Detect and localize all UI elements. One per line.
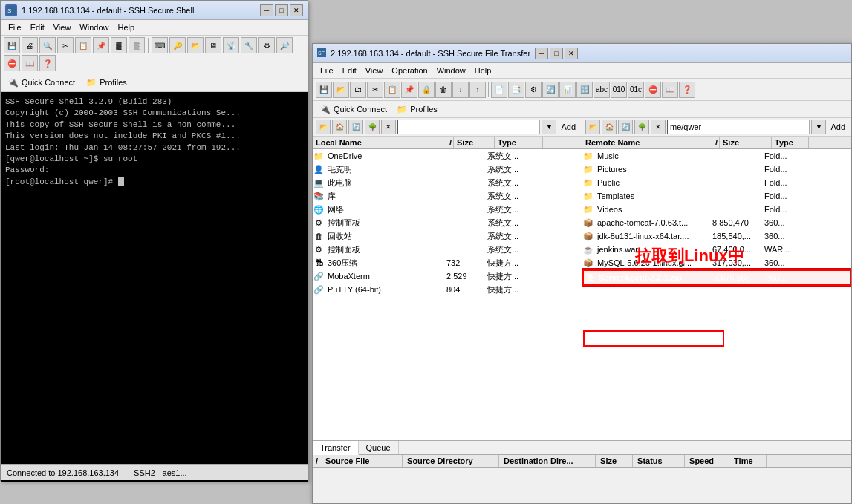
local-row-10[interactable]: 🔗 PuTTY (64-bit) 804 快捷方... <box>313 283 582 296</box>
sftp-tb-b1[interactable]: 📂 <box>333 82 349 98</box>
terminal-area[interactable]: SSH Secure Shell 3.2.9 (Build 283) Copyr… <box>1 92 308 482</box>
remote-tree-btn[interactable]: 🌳 <box>634 120 649 134</box>
local-col-name[interactable]: Local Name <box>313 137 446 148</box>
shell-tb-b9[interactable]: ⚙ <box>258 37 275 53</box>
shell-tb-b1[interactable]: ▓ <box>111 37 127 53</box>
sftp-tb-b6[interactable]: 🔒 <box>418 82 435 98</box>
sftp-tb-b3[interactable]: ✂ <box>367 82 383 98</box>
sftp-menu-view[interactable]: View <box>361 65 388 76</box>
local-row-0[interactable]: 📁 OneDrive 系统文... <box>313 149 582 163</box>
remote-col-size[interactable]: Size <box>720 137 772 148</box>
local-dropdown-btn[interactable]: ▼ <box>542 120 556 134</box>
remote-row-4[interactable]: 📁 Videos Fold... <box>582 203 851 216</box>
remote-folder-btn[interactable]: 📂 <box>585 120 600 134</box>
transfer-col-time[interactable]: Time <box>729 455 767 467</box>
shell-menu-window[interactable]: Window <box>75 22 113 33</box>
shell-window-controls[interactable]: ─ □ ✕ <box>260 4 303 16</box>
remote-row-3[interactable]: 📁 Templates Fold... <box>582 189 851 203</box>
local-row-6[interactable]: 🗑 回收站 系统文... <box>313 229 582 243</box>
shell-menu-edit[interactable]: Edit <box>26 22 49 33</box>
sftp-menu-file[interactable]: File <box>316 65 338 76</box>
sftp-tb-b19[interactable]: ⛔ <box>645 82 661 98</box>
sftp-quick-connect[interactable]: 🔌 Quick Connect <box>317 102 389 116</box>
remote-row-8[interactable]: 📦 MySQL-5.6.26-1.linux.gl... 317,030,...… <box>582 256 851 269</box>
shell-tb-b2[interactable]: ▒ <box>129 37 145 53</box>
shell-menu-file[interactable]: File <box>4 22 26 33</box>
transfer-col-size[interactable]: Size <box>596 455 633 467</box>
sftp-menu-operation[interactable]: Operation <box>387 65 432 76</box>
sftp-tb-b9[interactable]: ↑ <box>469 82 486 98</box>
sftp-tb-b13[interactable]: 🔄 <box>542 82 559 98</box>
shell-tb-zoom[interactable]: 🔍 <box>39 37 56 53</box>
remote-row-9[interactable]: 🗜 ServerAgent-2.2.1.zip 3,676,668 360... <box>582 269 851 286</box>
local-col-type[interactable]: Type <box>495 137 543 148</box>
remote-row-0[interactable]: 📁 Music Fold... <box>582 149 851 163</box>
sftp-tb-b10[interactable]: 📄 <box>491 82 507 98</box>
shell-tb-save[interactable]: 💾 <box>4 37 20 53</box>
sftp-tb-b7[interactable]: 🗑 <box>435 82 452 98</box>
local-col-size[interactable]: Size <box>454 137 495 148</box>
sftp-menu-help[interactable]: Help <box>470 65 496 76</box>
shell-maximize-btn[interactable]: □ <box>275 4 288 16</box>
remote-home-btn[interactable]: 🏠 <box>602 120 617 134</box>
transfer-col-source-dir[interactable]: Source Directory <box>403 455 499 467</box>
sftp-tb-b4[interactable]: 📋 <box>384 82 400 98</box>
shell-tb-b11[interactable]: ⛔ <box>4 55 20 71</box>
local-row-9[interactable]: 🔗 MobaXterm 2,529 快捷方... <box>313 269 582 283</box>
shell-tb-print[interactable]: 🖨 <box>22 37 38 53</box>
sftp-close-btn[interactable]: ✕ <box>565 48 578 59</box>
transfer-col-source-file[interactable]: Source File <box>321 455 403 467</box>
shell-tb-cut[interactable]: ✂ <box>57 37 74 53</box>
local-refresh-btn[interactable]: 🔄 <box>348 120 363 134</box>
remote-dropdown-btn[interactable]: ▼ <box>811 120 826 134</box>
shell-tb-b13[interactable]: ❓ <box>39 55 56 71</box>
sftp-tb-b8[interactable]: ↓ <box>452 82 469 98</box>
local-row-1[interactable]: 👤 毛克明 系统文... <box>313 163 582 176</box>
local-path-input[interactable] <box>397 120 540 134</box>
sftp-maximize-btn[interactable]: □ <box>550 48 563 59</box>
sftp-tb-b17[interactable]: 010 <box>611 82 627 98</box>
remote-col-name[interactable]: Remote Name <box>582 137 712 148</box>
sftp-tb-b21[interactable]: ❓ <box>679 82 695 98</box>
transfer-tab-transfer[interactable]: Transfer <box>313 441 359 455</box>
transfer-tab-queue[interactable]: Queue <box>359 441 399 454</box>
shell-tb-b4[interactable]: 🔑 <box>169 37 186 53</box>
transfer-col-speed[interactable]: Speed <box>685 455 729 467</box>
sftp-tb-b14[interactable]: 📊 <box>559 82 576 98</box>
shell-close-btn[interactable]: ✕ <box>290 4 303 16</box>
remote-row-1[interactable]: 📁 Pictures Fold... <box>582 163 851 176</box>
sftp-menu-edit[interactable]: Edit <box>338 65 361 76</box>
sftp-window-controls[interactable]: ─ □ ✕ <box>535 48 578 59</box>
shell-tb-b3[interactable]: ⌨ <box>152 37 168 53</box>
sftp-tb-b15[interactable]: 🔢 <box>576 82 593 98</box>
local-home-btn[interactable]: 🏠 <box>332 120 347 134</box>
local-delete-btn[interactable]: ✕ <box>381 120 396 134</box>
sftp-tb-save[interactable]: 💾 <box>316 82 332 98</box>
local-row-7[interactable]: ⚙ 控制面板 系统文... <box>313 243 582 256</box>
remote-row-7[interactable]: ☕ jenkins.war 67,400,0... WAR... <box>582 243 851 256</box>
transfer-col-status[interactable]: Status <box>633 455 685 467</box>
shell-tb-b6[interactable]: 🖥 <box>205 37 221 53</box>
remote-refresh-btn[interactable]: 🔄 <box>618 120 633 134</box>
remote-row-5[interactable]: 📦 apache-tomcat-7.0.63.t... 8,850,470 36… <box>582 216 851 229</box>
shell-tb-paste[interactable]: 📌 <box>93 37 109 53</box>
shell-menu-view[interactable]: View <box>49 22 76 33</box>
sftp-tb-b11[interactable]: 📑 <box>508 82 524 98</box>
sftp-menu-window[interactable]: Window <box>432 65 470 76</box>
shell-tb-b10[interactable]: 🔎 <box>276 37 293 53</box>
local-row-4[interactable]: 🌐 网络 系统文... <box>313 203 582 216</box>
sftp-minimize-btn[interactable]: ─ <box>535 48 548 59</box>
local-tree-btn[interactable]: 🌳 <box>365 120 380 134</box>
transfer-col-dest-dir[interactable]: Destination Dire... <box>499 455 596 467</box>
shell-menu-help[interactable]: Help <box>113 22 139 33</box>
shell-tb-b8[interactable]: 🔧 <box>241 37 257 53</box>
sftp-tb-b2[interactable]: 🗂 <box>350 82 366 98</box>
shell-tb-b7[interactable]: 📡 <box>223 37 239 53</box>
shell-minimize-btn[interactable]: ─ <box>260 4 273 16</box>
shell-tb-b5[interactable]: 📂 <box>187 37 204 53</box>
sftp-tb-b16[interactable]: abc <box>594 82 610 98</box>
remote-col-type[interactable]: Type <box>772 137 809 148</box>
sftp-tb-b20[interactable]: 📖 <box>662 82 678 98</box>
shell-profiles[interactable]: 📁 Profiles <box>83 76 129 89</box>
local-row-8[interactable]: 🗜 360压缩 732 快捷方... <box>313 256 582 269</box>
